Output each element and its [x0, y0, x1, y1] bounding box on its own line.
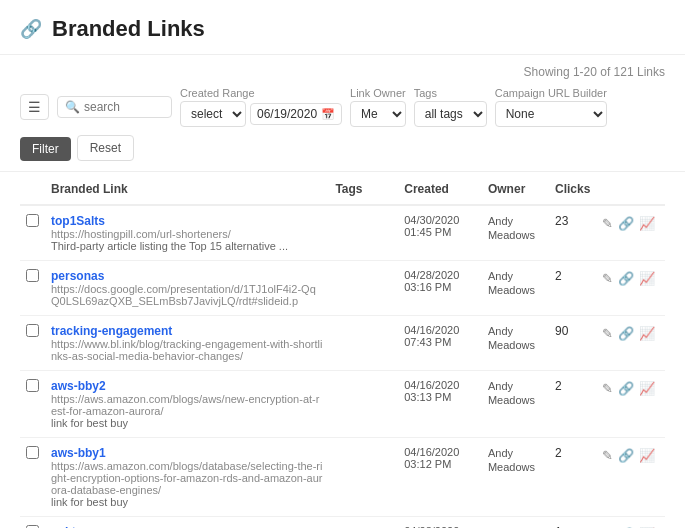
row-clicks-cell: 2 [549, 261, 596, 316]
row-link-cell: top1Salts https://hostingpill.com/url-sh… [45, 205, 329, 261]
link-url: https://www.bl.ink/blog/tracking-engagem… [51, 338, 323, 362]
row-actions-cell: ✎ 🔗 📈 [596, 205, 665, 261]
reset-button[interactable]: Reset [77, 135, 134, 161]
row-tags-cell [329, 261, 398, 316]
chart-icon[interactable]: 📈 [639, 216, 655, 231]
created-date: 04/16/2020 [404, 379, 476, 391]
row-clicks-cell: 1 [549, 517, 596, 529]
action-icons: ✎ 🔗 📈 [602, 216, 659, 231]
filter-settings-button[interactable]: ☰ [20, 94, 49, 120]
col-checkbox [20, 172, 45, 205]
row-checkbox-cell[interactable] [20, 261, 45, 316]
toolbar: Showing 1-20 of 121 Links ☰ 🔍 Created Ra… [0, 55, 685, 172]
created-range-end-date[interactable]: 06/19/2020 📅 [250, 103, 342, 125]
external-link-icon[interactable]: 🔗 [618, 271, 634, 286]
filter-button[interactable]: Filter [20, 137, 71, 161]
row-owner-cell: Andy Meadows [482, 438, 549, 517]
owner-name: Andy Meadows [488, 380, 535, 406]
row-tags-cell [329, 205, 398, 261]
row-tags-cell [329, 438, 398, 517]
col-owner: Owner [482, 172, 549, 205]
link-owner-select[interactable]: Me [350, 101, 406, 127]
table-header-row: Branded Link Tags Created Owner Clicks [20, 172, 665, 205]
row-owner-cell: Andy Meadows [482, 371, 549, 438]
search-filter-group: 🔍 [57, 96, 172, 118]
link-name[interactable]: aws-bby2 [51, 379, 106, 393]
row-tags-cell [329, 316, 398, 371]
row-created-cell: 04/28/2020 03:16 PM [398, 261, 482, 316]
created-date: 04/16/2020 [404, 324, 476, 336]
edit-icon[interactable]: ✎ [602, 271, 613, 286]
link-desc: link for best buy [51, 417, 323, 429]
external-link-icon[interactable]: 🔗 [618, 448, 634, 463]
owner-name: Andy Meadows [488, 325, 535, 351]
campaign-group: Campaign URL Builder None [495, 87, 607, 127]
row-checkbox-cell[interactable] [20, 316, 45, 371]
row-checkbox[interactable] [26, 379, 39, 392]
clicks-count: 90 [555, 324, 568, 338]
link-name[interactable]: tracking-engagement [51, 324, 172, 338]
row-checkbox[interactable] [26, 269, 39, 282]
table-row: aws-bby1 https://aws.amazon.com/blogs/da… [20, 438, 665, 517]
row-checkbox[interactable] [26, 324, 39, 337]
created-time: 03:13 PM [404, 391, 476, 403]
row-checkbox-cell[interactable] [20, 438, 45, 517]
row-clicks-cell: 2 [549, 438, 596, 517]
col-clicks: Clicks [549, 172, 596, 205]
link-name[interactable]: top1Salts [51, 214, 105, 228]
created-date: 04/16/2020 [404, 446, 476, 458]
edit-icon[interactable]: ✎ [602, 216, 613, 231]
filters-row: ☰ 🔍 Created Range select 06/19/2020 📅 Li… [20, 87, 665, 161]
row-checkbox[interactable] [26, 214, 39, 227]
row-checkbox-cell[interactable] [20, 371, 45, 438]
row-link-cell: personas https://docs.google.com/present… [45, 261, 329, 316]
chart-icon[interactable]: 📈 [639, 271, 655, 286]
created-range-label: Created Range [180, 87, 342, 99]
tags-select[interactable]: all tags [414, 101, 487, 127]
tags-label: Tags [414, 87, 487, 99]
external-link-icon[interactable]: 🔗 [618, 216, 634, 231]
created-date: 04/28/2020 [404, 269, 476, 281]
link-owner-group: Link Owner Me [350, 87, 406, 127]
link-name[interactable]: personas [51, 269, 104, 283]
chart-icon[interactable]: 📈 [639, 326, 655, 341]
row-link-cell: tracking-engagement https://www.bl.ink/b… [45, 316, 329, 371]
created-range-start-select[interactable]: select [180, 101, 246, 127]
created-time: 03:16 PM [404, 281, 476, 293]
link-url: https://docs.google.com/presentation/d/1… [51, 283, 323, 307]
search-box[interactable]: 🔍 [57, 96, 172, 118]
campaign-label: Campaign URL Builder [495, 87, 607, 99]
showing-count: Showing 1-20 of 121 Links [20, 65, 665, 79]
table-row: oaktree https://www.oaktreecapital.com/d… [20, 517, 665, 529]
action-icons: ✎ 🔗 📈 [602, 381, 659, 396]
row-checkbox-cell[interactable] [20, 517, 45, 529]
created-time: 03:12 PM [404, 458, 476, 470]
link-desc: link for best buy [51, 496, 323, 508]
link-url: https://aws.amazon.com/blogs/aws/new-enc… [51, 393, 323, 417]
edit-icon[interactable]: ✎ [602, 326, 613, 341]
link-desc: Third-party article listing the Top 15 a… [51, 240, 323, 252]
row-owner-cell: Andy Meadows [482, 316, 549, 371]
row-link-cell: aws-bby1 https://aws.amazon.com/blogs/da… [45, 438, 329, 517]
row-actions-cell: ✎ 🔗 📈 [596, 438, 665, 517]
edit-icon[interactable]: ✎ [602, 448, 613, 463]
row-clicks-cell: 2 [549, 371, 596, 438]
external-link-icon[interactable]: 🔗 [618, 326, 634, 341]
row-created-cell: 04/16/2020 07:43 PM [398, 316, 482, 371]
edit-icon[interactable]: ✎ [602, 381, 613, 396]
action-icons: ✎ 🔗 📈 [602, 271, 659, 286]
row-checkbox[interactable] [26, 446, 39, 459]
chart-icon[interactable]: 📈 [639, 448, 655, 463]
action-icons: ✎ 🔗 📈 [602, 448, 659, 463]
row-tags-cell [329, 371, 398, 438]
row-checkbox-cell[interactable] [20, 205, 45, 261]
external-link-icon[interactable]: 🔗 [618, 381, 634, 396]
page-header: 🔗 Branded Links [0, 0, 685, 55]
link-name[interactable]: aws-bby1 [51, 446, 106, 460]
page-title: Branded Links [52, 16, 205, 42]
search-input[interactable] [84, 100, 164, 114]
row-clicks-cell: 90 [549, 316, 596, 371]
link-owner-label: Link Owner [350, 87, 406, 99]
campaign-select[interactable]: None [495, 101, 607, 127]
chart-icon[interactable]: 📈 [639, 381, 655, 396]
